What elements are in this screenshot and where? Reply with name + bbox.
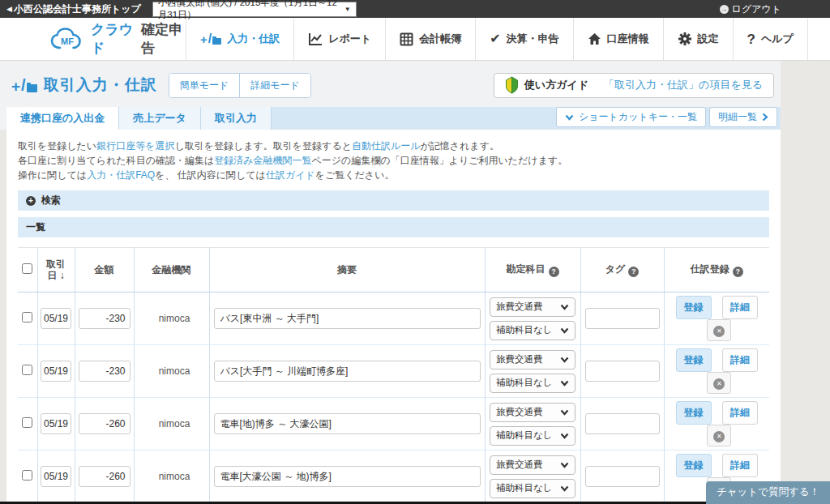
shortcut-key-list-button[interactable]: ショートカットキー・一覧 [556,107,706,127]
register-button[interactable]: 登録 [676,401,712,425]
tag-input[interactable] [585,466,660,487]
register-button[interactable]: 登録 [676,348,712,372]
logo-product-text: 確定申告 [141,20,186,58]
col-header-date[interactable]: 取引日 ↓ [37,248,75,293]
detail-list-button[interactable]: 明細一覧 [709,107,777,127]
col-header-summary: 摘要 [209,248,485,293]
circle-x-icon: ✕ [713,431,725,442]
guide-items-link[interactable]: 「取引入力・仕訳」の項目を見る [599,78,773,92]
check-icon: ✔ [490,32,500,45]
search-panel-header[interactable]: + 検索 [18,190,769,211]
row-checkbox[interactable] [22,417,32,428]
plus-folder-icon: +/ [11,79,37,92]
usage-guide-button[interactable]: 使い方ガイド [494,76,599,94]
summary-input[interactable] [214,308,481,329]
account-select[interactable]: 旅費交通費 [490,350,575,369]
help-circle-icon[interactable]: ? [549,267,559,277]
page-title-text: 取引入力・仕訳 [44,75,157,96]
register-button[interactable]: 登録 [676,454,712,477]
delete-button[interactable]: ✕ [707,372,731,394]
institution-label: nimoca [134,293,209,345]
nav-item-accounts[interactable]: 口座情報 [573,18,663,60]
account-select[interactable]: 旅費交通費 [490,403,575,422]
logo-cloud-text: クラウド [91,20,136,58]
detail-button[interactable]: 詳細 [722,454,758,477]
institution-label: nimoca [134,451,209,503]
date-input[interactable] [41,413,71,434]
chevron-down-icon [560,380,569,387]
account-select[interactable]: 旅費交通費 [490,297,575,317]
logout-link[interactable]: → ログアウト [720,2,781,16]
date-input[interactable] [41,466,71,487]
journal-guide-link[interactable]: 仕訳ガイド [266,169,315,181]
delete-button[interactable]: ✕ [707,425,731,446]
summary-input[interactable] [214,466,481,487]
tag-input[interactable] [585,308,660,329]
tab-linked-accounts[interactable]: 連携口座の入出金 [6,107,119,130]
expand-plus-icon: + [26,196,36,206]
amount-input[interactable] [79,361,130,382]
breadcrumb[interactable]: ◀ 小西公認会計士事務所トップ [6,2,141,16]
gear-icon [678,32,692,46]
select-all-checkbox[interactable] [22,263,32,274]
date-input[interactable] [41,308,71,329]
row-checkbox[interactable] [22,365,32,375]
simple-mode-button[interactable]: 簡単モード [169,74,240,97]
detail-mode-button[interactable]: 詳細モード [239,74,310,97]
amount-input[interactable] [79,466,130,487]
chart-icon [308,32,323,46]
nav-item-help[interactable]: ? ヘルプ [733,18,808,60]
row-checkbox[interactable] [22,312,32,322]
amount-input[interactable] [79,413,130,434]
sub-account-select[interactable]: 補助科目なし [490,479,575,498]
app-logo[interactable]: MF クラウド 確定申告 [0,18,186,60]
detail-button[interactable]: 詳細 [722,348,758,372]
nav-items: +/ 入力・仕訳 レポート [186,18,830,60]
sub-account-select[interactable]: 補助科目なし [490,374,575,393]
row-checkbox[interactable] [22,470,32,481]
register-button[interactable]: 登録 [676,296,712,319]
summary-input[interactable] [214,413,481,434]
top-bar: ◀ 小西公認会計士事務所トップ 小西慎太郎 (個人) / 2015年度（1月1日… [0,0,830,18]
date-input[interactable] [41,361,71,382]
app-window: ◀ 小西公認会計士事務所トップ 小西慎太郎 (個人) / 2015年度（1月1日… [0,0,830,504]
chevron-down-icon [560,357,569,363]
nav-item-report[interactable]: レポート [293,18,385,60]
nav-label: 設定 [698,32,719,46]
nav-item-settlement[interactable]: ✔ 決算・申告 [475,18,572,60]
tab-transaction-input[interactable]: 取引入力 [201,107,272,130]
tab-strip: 連携口座の入出金 売上データ 取引入力 ショートカットキー・一覧 明細一覧 [6,107,781,130]
chevron-down-icon [560,433,569,439]
tag-input[interactable] [585,361,660,382]
sub-account-select[interactable]: 補助科目なし [490,321,575,340]
breadcrumb-label: 小西公認会計士事務所トップ [14,2,141,16]
chat-question-button[interactable]: チャットで質問する！ [706,481,830,504]
tab-sales-data[interactable]: 売上データ [119,107,201,130]
account-select[interactable]: 旅費交通費 [490,455,575,475]
select-caret-icon: ▼ [344,6,351,13]
summary-input[interactable] [214,361,481,382]
sub-account-select[interactable]: 補助科目なし [490,426,575,446]
input-journal-faq-link[interactable]: 入力・仕訳FAQ [87,169,155,181]
nav-item-input-journal[interactable]: +/ 入力・仕訳 [186,18,293,60]
office-year-select[interactable]: 小西慎太郎 (個人) / 2015年度（1月1日～12月31日） ▼ [152,2,357,17]
nav-item-settings[interactable]: 設定 [663,18,733,60]
auto-journal-rule-link[interactable]: 自動仕訳ルール [352,140,421,152]
detail-button[interactable]: 詳細 [722,296,758,319]
bank-account-select-link[interactable]: 銀行口座等を選択 [96,140,174,152]
nav-label: 会計帳簿 [419,32,461,46]
registered-institutions-link[interactable]: 登録済み金融機関一覧 [214,155,311,166]
logout-arrow-icon: → [720,5,729,14]
amount-input[interactable] [79,308,130,329]
chevron-right-icon [762,113,768,122]
transactions-table: 取引日 ↓ 金額 金融機関 摘要 勘定科目? タグ? 仕訳登録? nimoca [18,247,769,504]
tag-input[interactable] [585,413,660,434]
delete-button[interactable]: ✕ [707,319,731,341]
transaction-row: nimoca 旅費交通費 補助科目なし 登録 詳細 ✕ [18,451,769,503]
help-circle-icon[interactable]: ? [628,267,639,277]
page-header-band: +/ 取引入力・仕訳 簡単モード 詳細モード 使い方ガイド [0,61,781,130]
nav-item-ledger[interactable]: 会計帳簿 [385,18,475,60]
ledger-grid-icon [400,32,413,46]
detail-button[interactable]: 詳細 [722,401,758,425]
help-circle-icon[interactable]: ? [733,267,743,277]
